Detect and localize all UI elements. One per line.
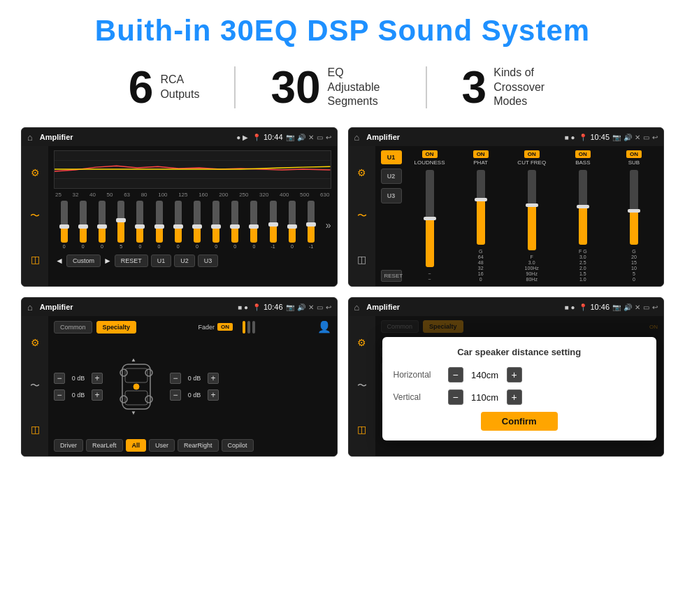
back-icon-3[interactable]: ↩ bbox=[326, 303, 331, 311]
sub-slider[interactable] bbox=[630, 170, 638, 245]
cross-icon-1[interactable]: ⚙ bbox=[357, 167, 366, 178]
fader-rearleft-button[interactable]: RearLeft bbox=[86, 439, 123, 452]
fader-db4-plus[interactable]: + bbox=[208, 389, 219, 401]
back-icon[interactable]: ↩ bbox=[326, 134, 331, 141]
eq-prev-button[interactable]: ◄ bbox=[55, 256, 64, 266]
home-icon-4[interactable]: ⌂ bbox=[354, 302, 360, 313]
channel-cutfreq-on[interactable]: ON bbox=[524, 150, 540, 158]
fader-db1-minus[interactable]: − bbox=[54, 373, 65, 384]
dist-icon-1[interactable]: ⚙ bbox=[357, 337, 366, 348]
fader-icon-1[interactable]: ⚙ bbox=[31, 337, 40, 348]
minimize-icon[interactable]: ▭ bbox=[317, 134, 323, 141]
fader-db-group-3: − 0 dB + bbox=[170, 373, 219, 384]
channel-sub-on[interactable]: ON bbox=[626, 150, 642, 158]
eq-slider-11[interactable]: 0 bbox=[245, 201, 263, 249]
dist-tab-specialty[interactable]: Specialty bbox=[423, 320, 463, 333]
fader-db1-plus[interactable]: + bbox=[92, 373, 103, 384]
fader-screen-content: ⚙ 〜 ◫ Common Specialty Fader ON bbox=[22, 316, 337, 456]
channel-bass-on[interactable]: ON bbox=[575, 150, 591, 158]
fader-db4-minus[interactable]: − bbox=[170, 389, 181, 401]
crossover-reset-button[interactable]: RESET bbox=[381, 270, 402, 282]
eq-slider-14[interactable]: -1 bbox=[302, 201, 319, 249]
fader-top-bar: Common Specialty Fader ON 👤 bbox=[54, 320, 331, 334]
dialog-horizontal-plus[interactable]: + bbox=[507, 367, 522, 382]
eq-slider-7[interactable]: 0 bbox=[169, 201, 187, 249]
close-icon-3[interactable]: ✕ bbox=[308, 303, 314, 311]
eq-slider-3[interactable]: 0 bbox=[93, 201, 110, 249]
preset-u1-button[interactable]: U1 bbox=[381, 150, 402, 164]
dialog-horizontal-minus[interactable]: − bbox=[448, 367, 463, 382]
channel-phat-on[interactable]: ON bbox=[473, 150, 489, 158]
fader-user-button[interactable]: User bbox=[149, 439, 175, 452]
channel-bass: ON BASS F G 3.0 2.5 2.0 1.5 1.0 bbox=[559, 150, 607, 282]
fader-rearright-button[interactable]: RearRight bbox=[178, 439, 219, 452]
eq-slider-13[interactable]: 0 bbox=[283, 201, 301, 249]
fader-icon-3[interactable]: ◫ bbox=[31, 424, 40, 435]
fader-db3-minus[interactable]: − bbox=[170, 373, 181, 384]
minimize-icon-3[interactable]: ▭ bbox=[317, 303, 323, 311]
dialog-vertical-minus[interactable]: − bbox=[448, 389, 463, 405]
eq-u1-button[interactable]: U1 bbox=[151, 255, 172, 267]
minimize-icon-2[interactable]: ▭ bbox=[643, 134, 649, 141]
eq-u2-button[interactable]: U2 bbox=[174, 255, 195, 267]
dist-tab-common[interactable]: Common bbox=[381, 320, 419, 333]
preset-u2-button[interactable]: U2 bbox=[381, 169, 402, 184]
fader-tab-specialty[interactable]: Specialty bbox=[96, 321, 137, 334]
camera-icon-2: 📷 bbox=[612, 134, 621, 141]
page-title: Buith-in 30EQ DSP Sound System bbox=[21, 14, 664, 48]
fader-tab-common[interactable]: Common bbox=[54, 321, 92, 334]
bass-slider[interactable] bbox=[579, 170, 587, 245]
preset-u3-button[interactable]: U3 bbox=[381, 188, 402, 203]
close-icon-2[interactable]: ✕ bbox=[635, 134, 640, 141]
fader-driver-button[interactable]: Driver bbox=[54, 439, 83, 452]
close-icon-4[interactable]: ✕ bbox=[635, 303, 640, 311]
eq-slider-12[interactable]: -1 bbox=[264, 201, 282, 249]
fader-copilot-button[interactable]: Copilot bbox=[222, 439, 254, 452]
fader-icon-2[interactable]: 〜 bbox=[30, 380, 40, 392]
eq-icon-3[interactable]: ◫ bbox=[31, 254, 40, 265]
crossover-sidebar: ⚙ 〜 ◫ bbox=[349, 146, 375, 286]
loudness-slider[interactable] bbox=[426, 170, 434, 267]
eq-slider-6[interactable]: 0 bbox=[150, 201, 168, 249]
fader-db2-plus[interactable]: + bbox=[92, 389, 103, 401]
cutfreq-slider[interactable] bbox=[528, 170, 536, 250]
eq-reset-button[interactable]: RESET bbox=[115, 255, 148, 267]
close-icon[interactable]: ✕ bbox=[308, 134, 314, 141]
fader-all-button[interactable]: All bbox=[126, 439, 147, 452]
eq-slider-9[interactable]: 0 bbox=[208, 201, 225, 249]
dialog-vertical-plus[interactable]: + bbox=[507, 389, 522, 405]
fader-db3-plus[interactable]: + bbox=[208, 373, 219, 384]
dist-icon-3[interactable]: ◫ bbox=[357, 424, 366, 435]
dist-icon-2[interactable]: 〜 bbox=[357, 380, 367, 392]
phat-slider[interactable] bbox=[477, 170, 485, 245]
fader-on-badge[interactable]: ON bbox=[217, 323, 233, 331]
home-icon-3[interactable]: ⌂ bbox=[27, 302, 33, 313]
eq-slider-8[interactable]: 0 bbox=[188, 201, 206, 249]
dialog-confirm-button[interactable]: Confirm bbox=[481, 412, 558, 431]
home-icon-2[interactable]: ⌂ bbox=[354, 132, 360, 143]
channel-loudness: ON LOUDNESS ~ ~ bbox=[406, 150, 454, 282]
screen-eq-topbar: ⌂ Amplifier ● ▶ 📍 10:44 📷 🔊 ✕ ▭ ↩ bbox=[22, 128, 337, 146]
minimize-icon-4[interactable]: ▭ bbox=[643, 303, 649, 311]
back-icon-4[interactable]: ↩ bbox=[652, 303, 658, 311]
home-icon[interactable]: ⌂ bbox=[27, 132, 33, 143]
eq-u3-button[interactable]: U3 bbox=[198, 255, 219, 267]
fader-user-icon[interactable]: 👤 bbox=[317, 320, 331, 334]
eq-slider-4[interactable]: 5 bbox=[113, 201, 130, 249]
cross-icon-2[interactable]: 〜 bbox=[357, 210, 367, 222]
channel-loudness-on[interactable]: ON bbox=[422, 150, 438, 158]
eq-icon-2[interactable]: 〜 bbox=[30, 210, 40, 222]
fader-db2-minus[interactable]: − bbox=[54, 389, 65, 401]
back-icon-2[interactable]: ↩ bbox=[652, 134, 658, 141]
svg-rect-6 bbox=[125, 391, 147, 405]
screen-crossover-title: Amplifier bbox=[366, 133, 560, 141]
eq-expand-icon[interactable]: » bbox=[326, 220, 331, 231]
eq-icon-1[interactable]: ⚙ bbox=[31, 167, 40, 178]
eq-slider-1[interactable]: 0 bbox=[55, 201, 73, 249]
screen-fader-topbar: ⌂ Amplifier ■ ● 📍 10:46 📷 🔊 ✕ ▭ ↩ bbox=[22, 298, 337, 316]
eq-slider-2[interactable]: 0 bbox=[74, 201, 92, 249]
eq-slider-5[interactable]: 0 bbox=[131, 201, 149, 249]
eq-next-button[interactable]: ► bbox=[103, 256, 112, 266]
cross-icon-3[interactable]: ◫ bbox=[357, 254, 366, 265]
eq-slider-10[interactable]: 0 bbox=[226, 201, 244, 249]
